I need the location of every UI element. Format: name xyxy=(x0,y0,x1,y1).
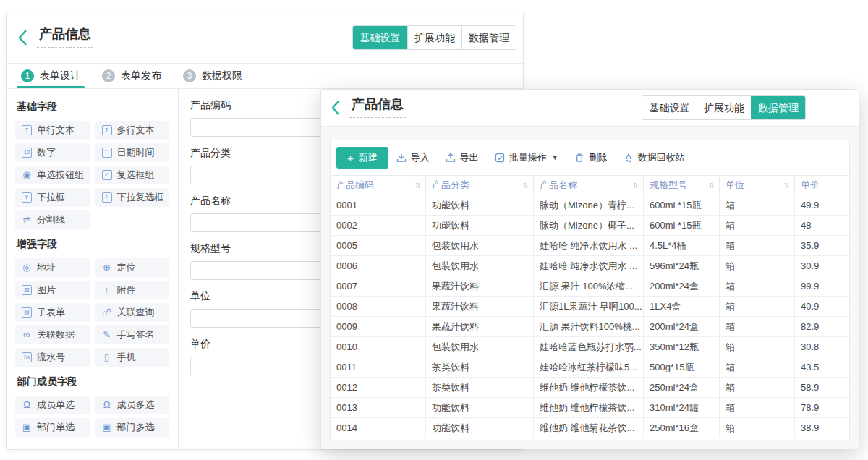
tab[interactable]: 扩展功能 xyxy=(407,26,461,49)
table-row[interactable]: 0008 果蔬汁饮料 汇源1L果蔬汁 早啊100... 1LX4盒 箱 40.9… xyxy=(331,297,850,317)
datetime-icon: ∷ xyxy=(102,148,112,158)
field-palette: 基础字段 T 单行文本 T 多行文本 xyxy=(7,89,179,451)
toolbar: + 新建 导入 导出 xyxy=(331,140,849,175)
field-type-item[interactable]: ◉ 单选按钮组 xyxy=(15,166,90,184)
table-row[interactable]: 0002 功能饮料 脉动（Mizone）椰子... 600ml *15瓶 箱 4… xyxy=(331,216,850,236)
cell-product-category: 功能饮料 xyxy=(426,418,534,438)
column-header[interactable]: 产品编码 ⇅ xyxy=(331,176,426,195)
field-type-item[interactable]: ∞ 关联数据 xyxy=(15,325,90,344)
delete-button[interactable]: 删除 xyxy=(566,147,616,169)
column-header-label: 产品分类 xyxy=(432,179,469,190)
back-button[interactable] xyxy=(17,27,28,48)
batch-operations-button[interactable]: 批量操作 ▼ xyxy=(487,147,566,169)
export-icon xyxy=(446,153,456,163)
field-type-label: 数字 xyxy=(37,146,56,159)
cell-product-code: 0009 xyxy=(331,317,426,337)
import-icon xyxy=(396,153,407,163)
column-header[interactable]: 产品名称 ⇅ xyxy=(534,176,644,195)
trash-icon xyxy=(574,153,584,163)
field-type-item[interactable]: ▨ 图片 xyxy=(15,281,90,299)
recycle-icon xyxy=(624,153,634,163)
recycle-bin-button[interactable]: 数据回收站 xyxy=(616,147,693,169)
field-type-item[interactable]: ⊕ 定位 xyxy=(95,258,170,277)
export-button[interactable]: 导出 xyxy=(438,147,487,169)
sort-icon[interactable]: ⇅ xyxy=(709,182,715,189)
table-row[interactable]: 0010 包装饮用水 娃哈哈蓝色瓶苏打水弱... 350ml*12瓶 箱 30.… xyxy=(331,337,850,357)
field-type-label: 手机 xyxy=(117,351,136,364)
cell-unit-price: 30.9 xyxy=(795,256,851,276)
field-type-item[interactable]: № 流水号 xyxy=(15,348,90,367)
image-icon: ▨ xyxy=(22,285,32,295)
field-type-item[interactable]: Ω 成员多选 xyxy=(95,396,170,414)
tab[interactable]: 基础设置 xyxy=(353,26,407,49)
tab[interactable]: 扩展功能 xyxy=(697,96,751,119)
cell-spec-model: 4.5L*4桶 xyxy=(644,236,720,256)
cell-product-code: 0013 xyxy=(331,398,426,418)
field-type-item[interactable]: T 多行文本 xyxy=(95,121,170,140)
field-type-item[interactable]: ∷ 日期时间 xyxy=(95,143,170,162)
field-type-item[interactable]: ⇌ 分割线 xyxy=(15,210,90,229)
single-line-text-icon: T xyxy=(22,125,32,135)
sort-icon[interactable]: ⇅ xyxy=(415,182,421,189)
table-row[interactable]: 0007 果蔬汁饮料 汇源 果汁 100%浓缩... 200ml*24盒 箱 9… xyxy=(331,276,850,297)
field-type-item[interactable]: ◎ 地址 xyxy=(15,258,90,277)
field-type-item[interactable]: ≡ 下拉复选框 xyxy=(95,188,170,207)
new-button[interactable]: + 新建 xyxy=(336,147,388,169)
sort-icon[interactable]: ⇅ xyxy=(633,182,639,189)
field-type-label: 下拉复选框 xyxy=(117,191,164,204)
field-type-label: 日期时间 xyxy=(117,146,155,159)
cell-product-name: 娃哈哈蓝色瓶苏打水弱... xyxy=(534,337,644,357)
field-type-item[interactable]: ▣ 部门多选 xyxy=(95,418,170,437)
field-type-item[interactable]: ∨ 下拉框 xyxy=(15,188,90,207)
wizard-step[interactable]: 1 表单设计 xyxy=(21,64,80,88)
table-row[interactable]: 0014 功能饮料 维他奶 维他菊花茶饮... 250ml*16盒 箱 38.9… xyxy=(331,418,850,438)
step-label: 表单设计 xyxy=(40,69,80,82)
table-row[interactable]: 0001 功能饮料 脉动（Mizone）青柠... 600ml *15瓶 箱 4… xyxy=(331,195,850,216)
column-header[interactable]: 单价 ⇅ xyxy=(795,176,851,195)
table-row[interactable]: 0009 果蔬汁饮料 汇源 果汁饮料100%桃... 200ml*24盒 箱 8… xyxy=(331,317,850,337)
field-type-item[interactable]: ✎ 手写签名 xyxy=(95,325,170,344)
cell-product-name: 维他奶 维他柠檬茶饮... xyxy=(534,398,644,418)
sort-icon[interactable]: ⇅ xyxy=(784,182,790,189)
field-type-item[interactable]: ▤ 子表单 xyxy=(15,303,90,322)
field-type-item[interactable]: ▣ 部门单选 xyxy=(15,418,90,437)
multi-line-text-icon: T xyxy=(102,125,112,135)
field-type-label: 图片 xyxy=(37,284,56,297)
field-type-item[interactable]: 12 数字 xyxy=(15,143,90,162)
table-row[interactable]: 0011 茶类饮料 娃哈哈冰红茶柠檬味5... 500g*15瓶 箱 43.5 … xyxy=(331,357,850,378)
back-button[interactable] xyxy=(330,99,341,116)
field-type-label: 成员单选 xyxy=(37,399,75,412)
import-button[interactable]: 导入 xyxy=(388,147,438,169)
field-type-item[interactable]: ↑ 附件 xyxy=(95,281,170,299)
tab[interactable]: 数据管理 xyxy=(751,96,805,119)
cell-product-code: 0005 xyxy=(331,236,426,256)
column-header[interactable]: 单位 ⇅ xyxy=(720,176,795,195)
field-type-item[interactable]: ✓ 复选框组 xyxy=(95,166,170,184)
cell-product-code: 0001 xyxy=(331,195,426,216)
cell-product-category: 果蔬汁饮料 xyxy=(426,276,534,297)
field-type-item[interactable]: ☍ 关联查询 xyxy=(95,303,170,322)
wizard-step[interactable]: 3 数据权限 xyxy=(183,64,242,88)
table-row[interactable]: 0013 功能饮料 维他奶 维他柠檬茶饮... 310ml*24罐 箱 78.9… xyxy=(331,398,850,418)
cell-unit-price: 48 xyxy=(795,216,851,236)
field-type-label: 分割线 xyxy=(37,213,65,226)
cell-spec-model: 1LX4盒 xyxy=(644,297,720,317)
column-header[interactable]: 产品分类 ⇅ xyxy=(426,176,534,195)
table-row[interactable]: 0006 包装饮用水 娃哈哈 纯净水饮用水 ... 596ml*24瓶 箱 30… xyxy=(331,256,850,276)
field-type-item[interactable]: T 单行文本 xyxy=(15,121,90,140)
table-row[interactable]: 0012 茶类饮料 维他奶 维他柠檬茶饮... 250ml*24盒 箱 58.9… xyxy=(331,378,850,398)
radio-group-icon: ◉ xyxy=(22,170,32,180)
wizard-step[interactable]: 2 表单发布 xyxy=(102,64,161,88)
column-header[interactable]: 规格型号 ⇅ xyxy=(644,176,720,195)
serial-number-icon: № xyxy=(22,352,32,362)
tab[interactable]: 数据管理 xyxy=(461,26,516,49)
product-table: 产品编码 ⇅ 产品分类 ⇅ 产品名称 ⇅ xyxy=(331,175,850,438)
field-type-item[interactable]: ▯ 手机 xyxy=(95,348,170,367)
table-row[interactable]: 0005 包装饮用水 娃哈哈 纯净水饮用水 ... 4.5L*4桶 箱 35.9… xyxy=(331,236,850,256)
cell-unit: 箱 xyxy=(720,418,795,438)
tab[interactable]: 基础设置 xyxy=(642,96,697,119)
sort-icon[interactable]: ⇅ xyxy=(523,182,529,189)
field-type-item[interactable]: Ω 成员单选 xyxy=(15,396,90,414)
step-label: 数据权限 xyxy=(202,69,242,82)
divider-icon: ⇌ xyxy=(22,215,32,225)
